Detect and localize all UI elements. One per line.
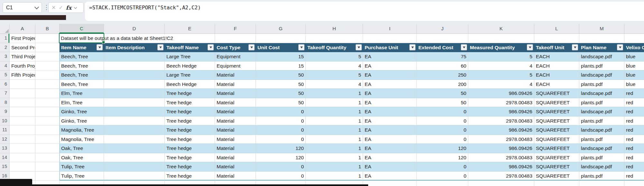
cell-E15[interactable]: Tree hedge (165, 162, 215, 172)
cell-D13[interactable] (104, 144, 165, 153)
cell-J6[interactable]: 200 (417, 80, 468, 89)
cell-M8[interactable]: plants.pdf (579, 98, 624, 107)
cell-I8[interactable]: EA (363, 98, 417, 107)
cell-D16[interactable] (104, 172, 165, 181)
cell-N4[interactable]: blue (624, 61, 644, 71)
filter-button[interactable] (572, 44, 578, 51)
column-header-B[interactable]: B (35, 24, 60, 34)
cell-L3[interactable]: EACH (534, 52, 579, 61)
cell-N13[interactable]: red (624, 144, 644, 153)
cell-F7[interactable]: Material (215, 89, 256, 98)
filter-button[interactable] (248, 44, 255, 51)
cancel-icon[interactable]: ✕ (51, 5, 56, 10)
cell-K16[interactable]: 2978.00483 (468, 172, 534, 181)
cell-L10[interactable]: SQUAREFEET (534, 116, 579, 126)
cell-H6[interactable]: 4 (306, 80, 363, 89)
row-header-12[interactable]: 12 (0, 135, 10, 144)
table-header-F2[interactable]: Cost Type (215, 43, 256, 52)
cell-D6[interactable] (104, 80, 165, 89)
cell-I5[interactable]: EA (363, 70, 417, 80)
cell-B14[interactable] (35, 153, 60, 163)
cell-B13[interactable] (35, 144, 60, 153)
cell-B10[interactable] (35, 116, 60, 126)
cell-C15[interactable]: Tulip, Tree (60, 162, 104, 172)
cell-F10[interactable]: Material (215, 116, 256, 126)
cell-C1[interactable] (60, 34, 104, 43)
cell-J3[interactable]: 75 (417, 52, 468, 61)
cell-A11[interactable] (10, 126, 35, 135)
cell-F6[interactable]: Material (215, 80, 256, 89)
cell-H5[interactable]: 5 (306, 70, 363, 80)
column-header-F[interactable]: F (215, 24, 256, 34)
cell-I13[interactable]: EA (363, 144, 417, 153)
cell-B8[interactable] (35, 98, 60, 107)
cell-J11[interactable]: 0 (417, 126, 468, 135)
cell-K17[interactable] (468, 181, 534, 186)
cell-A13[interactable] (10, 144, 35, 153)
cell-B5[interactable] (35, 70, 60, 80)
cell-B7[interactable] (35, 89, 60, 98)
cell-J13[interactable]: 120 (417, 144, 468, 153)
cell-F3[interactable]: Equipment (215, 52, 256, 61)
cell-G10[interactable]: 0 (256, 116, 306, 126)
row-header-1[interactable]: 1 (0, 34, 10, 43)
cell-M17[interactable] (579, 181, 624, 186)
cell-I1[interactable] (363, 34, 417, 43)
cell-H13[interactable]: 1 (306, 144, 363, 153)
row-header-7[interactable]: 7 (0, 89, 10, 98)
column-header-E[interactable]: E (165, 24, 215, 34)
cell-E8[interactable]: Tree hedge (165, 98, 215, 107)
cell-L14[interactable]: SQUAREFEET (534, 153, 579, 163)
cell-C10[interactable]: Ginko, Tree (60, 116, 104, 126)
table-header-K2[interactable]: Measured Quantity (468, 43, 534, 52)
cell-C16[interactable]: Tulip, Tree (60, 172, 104, 181)
cell-L13[interactable]: SQUAREFEET (534, 144, 579, 153)
cell-F5[interactable]: Material (215, 70, 256, 80)
cell-F14[interactable]: Material (215, 153, 256, 163)
column-header-A[interactable]: A (10, 24, 35, 34)
cell-J10[interactable]: 0 (417, 116, 468, 126)
cell-H9[interactable]: 1 (306, 107, 363, 116)
cell-N7[interactable]: red (624, 89, 644, 98)
cell-J16[interactable]: 0 (417, 172, 468, 181)
cell-C14[interactable]: Oak, Tree (60, 153, 104, 163)
cell-A12[interactable] (10, 135, 35, 144)
cell-B2[interactable] (35, 43, 60, 52)
cell-J8[interactable]: 50 (417, 98, 468, 107)
column-header-G[interactable]: G (256, 24, 306, 34)
cell-L5[interactable]: EACH (534, 70, 579, 80)
cell-F4[interactable]: Equipment (215, 61, 256, 71)
cell-F12[interactable]: Material (215, 135, 256, 144)
cell-G15[interactable]: 0 (256, 162, 306, 172)
filter-button[interactable] (409, 44, 415, 51)
cell-B1[interactable] (35, 34, 60, 43)
cell-N17[interactable] (624, 181, 644, 186)
cell-H10[interactable]: 1 (306, 116, 363, 126)
cell-E9[interactable]: Tree hedge (165, 107, 215, 116)
row-header-13[interactable]: 13 (0, 144, 10, 153)
cell-N8[interactable]: red (624, 98, 644, 107)
cell-G11[interactable]: 0 (256, 126, 306, 135)
cell-M6[interactable]: plants.pdf (579, 80, 624, 89)
filter-button[interactable] (208, 44, 214, 51)
column-header-M[interactable]: M (579, 24, 624, 34)
cell-D5[interactable] (104, 70, 165, 80)
cell-I16[interactable]: EA (363, 172, 417, 181)
cell-J15[interactable]: 0 (417, 162, 468, 172)
row-header-2[interactable]: 2 (0, 43, 10, 52)
table-header-M2[interactable]: Plan Name (579, 43, 624, 52)
cell-H7[interactable]: 1 (306, 89, 363, 98)
cell-L6[interactable]: EACH (534, 80, 579, 89)
formula-bar-input[interactable]: =STACK.ITEMCOSTREPORT("Stack",A2,C2) (85, 2, 644, 21)
cell-A6[interactable] (10, 80, 35, 89)
filter-button[interactable] (527, 44, 533, 51)
chevron-down-icon[interactable] (74, 6, 77, 9)
table-header-H2[interactable]: Takeoff Quantity (306, 43, 363, 52)
filter-button[interactable] (157, 44, 163, 51)
cell-N6[interactable]: blue (624, 80, 644, 89)
cell-M15[interactable]: landscape.pdf (579, 162, 624, 172)
cell-A10[interactable] (10, 116, 35, 126)
cell-B11[interactable] (35, 126, 60, 135)
cell-D15[interactable] (104, 162, 165, 172)
cell-B3[interactable] (35, 52, 60, 61)
